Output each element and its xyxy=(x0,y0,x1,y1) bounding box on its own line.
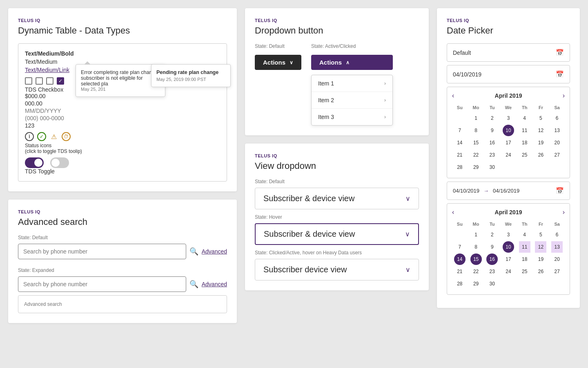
cal-day-2[interactable]: 1 xyxy=(470,229,482,240)
cal-day-header: Sa xyxy=(549,103,565,112)
toggle-on[interactable] xyxy=(25,157,44,168)
cal-day-2[interactable]: 12 xyxy=(535,241,546,253)
cal-day-2[interactable]: 13 xyxy=(551,241,563,253)
cal-day-2[interactable]: 5 xyxy=(535,229,546,240)
cal-day-2[interactable]: 7 xyxy=(454,241,466,253)
checkbox-1[interactable] xyxy=(25,77,32,85)
cal-day-2[interactable]: 23 xyxy=(486,266,498,277)
cal-day-2[interactable]: 3 xyxy=(503,229,514,240)
search-input-default[interactable] xyxy=(18,244,186,259)
cal-day[interactable]: 13 xyxy=(551,125,563,136)
cal-day-header: We xyxy=(501,103,516,112)
cal-day[interactable]: 17 xyxy=(503,137,514,148)
clock-icon[interactable]: ⏱ xyxy=(62,132,71,141)
cal-day[interactable]: 9 xyxy=(486,125,498,136)
view-dropdown-active[interactable]: Subscriber device view ∨ xyxy=(255,259,419,280)
cal-day[interactable]: 2 xyxy=(486,112,498,124)
cal-day-2[interactable]: 14 xyxy=(454,254,466,265)
cal-day[interactable]: 7 xyxy=(454,125,466,136)
cal-day[interactable]: 4 xyxy=(519,112,530,124)
cal-day[interactable]: 21 xyxy=(454,149,466,161)
cal-day[interactable]: 27 xyxy=(551,149,563,161)
checkbox-3[interactable] xyxy=(46,77,53,85)
cal-day[interactable]: 28 xyxy=(454,162,466,173)
cal-day[interactable]: 25 xyxy=(519,149,530,161)
cal-day[interactable]: 8 xyxy=(470,125,482,136)
cal-day-2[interactable]: 15 xyxy=(470,254,482,265)
cal-day[interactable]: 5 xyxy=(535,112,546,124)
cal-day[interactable]: 3 xyxy=(503,112,514,124)
cal-day[interactable]: 26 xyxy=(535,149,546,161)
status-desc: Status icons xyxy=(25,143,220,148)
view-dropdown-default[interactable]: Subscriber & device view ∨ xyxy=(255,188,419,209)
advanced-link-expanded[interactable]: Advanced xyxy=(202,281,227,287)
range-selected: 04/10/2019 → 04/16/2019 xyxy=(453,188,519,194)
cal-day-2[interactable]: 10 xyxy=(503,241,514,253)
calendar-icon-1[interactable]: 📅 xyxy=(556,49,564,56)
cal-day-2[interactable]: 28 xyxy=(454,278,466,289)
search-row-default: 🔍 Advanced xyxy=(18,244,227,259)
cal-day[interactable]: 29 xyxy=(470,162,482,173)
cal-day[interactable]: 16 xyxy=(486,137,498,148)
cal-day[interactable]: 22 xyxy=(470,149,482,161)
search-button-expanded[interactable]: 🔍 xyxy=(189,280,198,289)
cal-day[interactable]: 20 xyxy=(551,137,563,148)
cal-day[interactable]: 14 xyxy=(454,137,466,148)
calendar-icon-2[interactable]: 📅 xyxy=(556,70,564,78)
cal-2-prev[interactable]: ‹ xyxy=(452,209,454,216)
info-icon[interactable]: i xyxy=(25,132,34,141)
dropdown-item-1[interactable]: Item 1 › xyxy=(312,75,392,92)
cal-day-2[interactable]: 19 xyxy=(535,254,546,265)
dp-default-input[interactable]: Default 📅 xyxy=(447,43,570,62)
cal-day-2[interactable]: 30 xyxy=(486,278,498,289)
cal-day-2[interactable]: 11 xyxy=(519,241,530,253)
cal-day[interactable]: 11 xyxy=(519,125,530,136)
search-input-expanded[interactable] xyxy=(18,276,186,292)
cal-day-2[interactable]: 22 xyxy=(470,266,482,277)
cal-day-2[interactable]: 26 xyxy=(535,266,546,277)
telus-label-2: TELUS IQ xyxy=(18,209,227,214)
cal-1-prev[interactable]: ‹ xyxy=(452,92,454,99)
cal-day-2[interactable]: 17 xyxy=(503,254,514,265)
cal-day[interactable]: 23 xyxy=(486,149,498,161)
actions-button-active[interactable]: Actions ∧ xyxy=(311,55,393,70)
dropdown-item-2[interactable]: Item 2 › xyxy=(312,92,392,109)
search-button-default[interactable]: 🔍 xyxy=(189,247,198,256)
cal-day[interactable]: 1 xyxy=(470,112,482,124)
cal-day[interactable]: 12 xyxy=(535,125,546,136)
cal-day-2[interactable]: 2 xyxy=(486,229,498,240)
cal-day-2[interactable]: 4 xyxy=(519,229,530,240)
dp-date-input[interactable]: 04/10/2019 📅 xyxy=(447,65,570,83)
cal-day-2[interactable]: 8 xyxy=(470,241,482,253)
cal-day[interactable]: 15 xyxy=(470,137,482,148)
cal-day-2[interactable]: 18 xyxy=(519,254,530,265)
cal-2-next[interactable]: › xyxy=(563,209,565,216)
advanced-link-default[interactable]: Advanced xyxy=(202,248,227,255)
view-dropdown-hover[interactable]: Subscriber & device view ∨ xyxy=(255,223,419,245)
cal-day-2[interactable]: 21 xyxy=(454,266,466,277)
cal-day-2[interactable]: 29 xyxy=(470,278,482,289)
cal-day-2[interactable]: 9 xyxy=(486,241,498,253)
cal-day[interactable]: 18 xyxy=(519,137,530,148)
cal-day-2[interactable]: 27 xyxy=(551,266,563,277)
cal-day[interactable]: 30 xyxy=(486,162,498,173)
toggle-off[interactable] xyxy=(50,157,69,168)
cal-day[interactable]: 24 xyxy=(503,149,514,161)
dropdown-item-3[interactable]: Item 3 › xyxy=(312,109,392,125)
cal-day[interactable]: 10 xyxy=(503,125,514,136)
checkbox-2[interactable] xyxy=(36,77,43,85)
actions-button-default[interactable]: Actions ∨ xyxy=(255,55,301,70)
cal-day[interactable]: 19 xyxy=(535,137,546,148)
calendar-icon-3[interactable]: 📅 xyxy=(556,187,564,195)
ok-icon[interactable]: ✓ xyxy=(37,132,46,141)
cal-day-2[interactable]: 20 xyxy=(551,254,563,265)
cal-day[interactable]: 6 xyxy=(551,112,563,124)
cal-day-2[interactable]: 25 xyxy=(519,266,530,277)
cal-day-2[interactable]: 24 xyxy=(503,266,514,277)
dp-range-input[interactable]: 04/10/2019 → 04/16/2019 📅 xyxy=(447,182,570,200)
checkbox-4-checked[interactable] xyxy=(57,77,64,85)
cal-day-2[interactable]: 6 xyxy=(551,229,563,240)
cal-day-2[interactable]: 16 xyxy=(486,254,498,265)
warn-icon[interactable]: ⚠ xyxy=(49,132,58,141)
cal-1-next[interactable]: › xyxy=(563,92,565,99)
